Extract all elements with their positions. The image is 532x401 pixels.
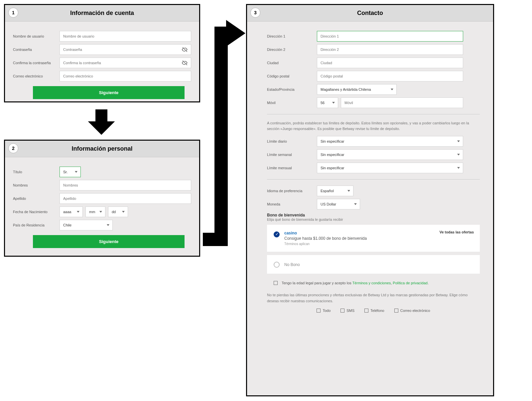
- comm-all-checkbox[interactable]: [317, 309, 321, 313]
- panel-contact: 3 Contacto Dirección 1 Dirección 2 Ciuda…: [246, 4, 494, 396]
- email-label: Correo electrónico: [13, 74, 60, 78]
- username-input[interactable]: [60, 31, 191, 42]
- radio-nobono[interactable]: [274, 262, 280, 268]
- confirm-password-label: Confirma la contraseña: [13, 61, 60, 65]
- mobile-code-select[interactable]: 56: [317, 97, 338, 108]
- next-button-step2[interactable]: Siguiente: [33, 235, 185, 248]
- language-label: Idioma de preferencia: [267, 189, 317, 193]
- city-label: Ciudad: [267, 61, 317, 65]
- panel-2-title: Información personal: [5, 141, 199, 157]
- firstname-input[interactable]: [60, 180, 191, 191]
- terms-link[interactable]: Términos y condiciones: [352, 281, 391, 285]
- confirm-password-input[interactable]: [60, 58, 191, 68]
- panel-1-title: Información de cuenta: [5, 5, 199, 22]
- svg-rect-3: [214, 37, 228, 246]
- username-label: Nombre de usuario: [13, 34, 60, 38]
- bonus-offer-casino[interactable]: Ve todas las ofertas casino Consigue has…: [267, 225, 480, 252]
- offer-casino-name: casino: [284, 231, 367, 235]
- bonus-section-title: Bono de bienvenida: [267, 213, 480, 217]
- state-label: Estado/Provincia: [267, 87, 317, 91]
- radio-casino[interactable]: [274, 231, 280, 237]
- country-label: País de Residencia: [13, 223, 60, 227]
- dob-month-select[interactable]: mm: [85, 206, 105, 217]
- legal-dot: .: [428, 281, 429, 285]
- addr2-label: Dirección 2: [267, 48, 317, 52]
- comm-phone-label: Teléfono: [370, 309, 384, 313]
- svg-rect-4: [203, 233, 221, 246]
- email-input[interactable]: [60, 71, 191, 81]
- step-badge-1: 1: [8, 8, 18, 18]
- deposit-limit-info: A continuación, podrás establecer tus lí…: [267, 120, 480, 131]
- city-input[interactable]: [317, 58, 463, 68]
- legal-agreement-row: Tengo la edad legal para jugar y acepto …: [267, 281, 480, 285]
- country-select[interactable]: Chile: [60, 220, 113, 230]
- comm-phone-checkbox[interactable]: [364, 309, 368, 313]
- password-input[interactable]: [60, 44, 191, 55]
- bonus-offer-none[interactable]: No Bono: [267, 255, 480, 274]
- title-select[interactable]: Sr.: [60, 167, 81, 177]
- step-badge-3: 3: [250, 8, 260, 18]
- postal-label: Código postal: [267, 74, 317, 78]
- eye-off-icon[interactable]: [182, 47, 188, 53]
- addr2-input[interactable]: [317, 44, 463, 55]
- addr1-input[interactable]: [317, 31, 463, 42]
- limit-weekly-label: Límite semanal: [267, 153, 317, 157]
- eye-off-icon[interactable]: [182, 60, 188, 66]
- mobile-label: Móvil: [267, 101, 317, 105]
- lastname-label: Apellido: [13, 197, 60, 200]
- communications-text: No te pierdas las últimas promociones y …: [267, 292, 480, 304]
- arrow-elbow-icon: [203, 17, 246, 256]
- limit-monthly-select[interactable]: Sin especificar: [317, 163, 463, 173]
- language-select[interactable]: Español: [317, 186, 353, 196]
- see-all-offers-link[interactable]: Ve todas las ofertas: [440, 230, 474, 234]
- limit-daily-select[interactable]: Sin especificar: [317, 136, 463, 147]
- lastname-input[interactable]: [60, 193, 191, 204]
- state-select[interactable]: Magallanes y Antártida Chilena: [317, 84, 397, 95]
- comm-email-checkbox[interactable]: [394, 309, 398, 313]
- comm-email-label: Correo electrónico: [400, 309, 430, 313]
- svg-marker-1: [226, 20, 245, 47]
- comm-sms-label: SMS: [346, 309, 354, 313]
- comm-sms-checkbox[interactable]: [340, 309, 344, 313]
- svg-marker-0: [88, 109, 115, 135]
- arrow-down-icon: [86, 106, 116, 136]
- divider: [267, 179, 480, 180]
- mobile-input[interactable]: [341, 97, 463, 108]
- currency-label: Moneda: [267, 202, 317, 206]
- dob-day-select[interactable]: dd: [108, 206, 128, 217]
- limit-daily-label: Límite diario: [267, 139, 317, 143]
- next-button-step1[interactable]: Siguiente: [33, 86, 185, 99]
- offer-casino-terms: Términos aplican: [284, 242, 367, 246]
- panel-personal-info: 2 Información personal Título Sr. Nombre…: [4, 140, 200, 257]
- bonus-section-subtitle: Elija qué bono de bienvenida le gustaría…: [267, 217, 480, 221]
- title-label: Título: [13, 170, 60, 174]
- dob-label: Fecha de Nacimiento: [13, 210, 60, 214]
- firstname-label: Nombres: [13, 183, 60, 187]
- divider: [267, 114, 480, 114]
- limit-weekly-select[interactable]: Sin especificar: [317, 149, 463, 160]
- panel-account-info: 1 Información de cuenta Nombre de usuari…: [4, 4, 200, 102]
- communications-options: Todo SMS Teléfono Correo electrónico: [267, 309, 480, 313]
- offer-casino-desc: Consigue hasta $1.000 de bono de bienven…: [284, 236, 367, 241]
- password-label: Contraseña: [13, 48, 60, 52]
- step-badge-2: 2: [8, 143, 18, 153]
- privacy-link[interactable]: Política de privacidad: [393, 281, 428, 285]
- comm-all-label: Todo: [323, 309, 331, 313]
- addr1-label: Dirección 1: [267, 34, 317, 38]
- dob-year-select[interactable]: aaaa: [60, 206, 83, 217]
- currency-select[interactable]: US Dollar: [317, 199, 360, 209]
- postal-input[interactable]: [317, 71, 463, 81]
- legal-checkbox[interactable]: [274, 281, 278, 285]
- limit-monthly-label: Límite mensual: [267, 166, 317, 170]
- legal-prefix: Tengo la edad legal para jugar y acepto …: [282, 281, 352, 285]
- offer-nobono-label: No Bono: [284, 262, 300, 267]
- panel-3-title: Contacto: [247, 5, 493, 22]
